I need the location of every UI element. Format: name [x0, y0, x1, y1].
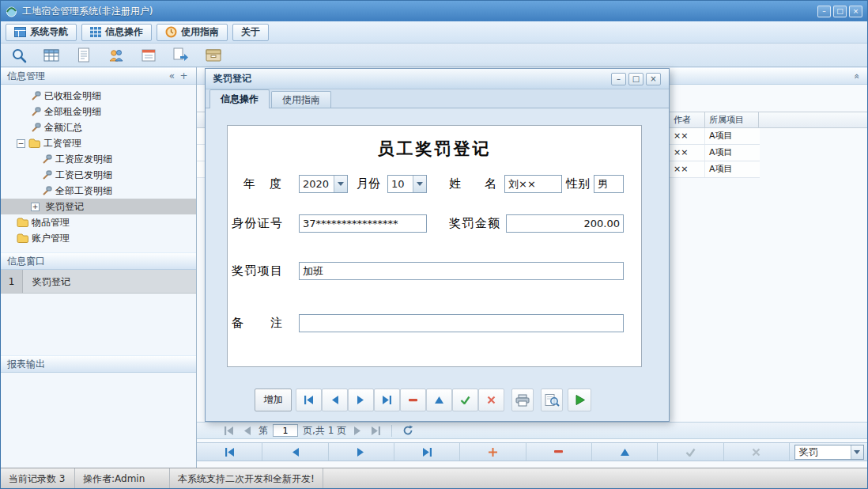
pager-first-button[interactable] — [222, 424, 236, 437]
tree-item-selected-reward[interactable]: 奖罚登记 — [1, 199, 196, 214]
id-number-input[interactable] — [299, 214, 427, 233]
users-tool-button[interactable] — [106, 45, 126, 65]
x-icon — [752, 448, 760, 457]
users-icon — [108, 48, 124, 63]
form-card-icon — [142, 48, 156, 63]
tree-item-label: 工资已发明细 — [55, 169, 112, 182]
pager-prev-button[interactable] — [240, 424, 254, 437]
add-panel-icon[interactable] — [178, 70, 190, 82]
collapse-expander-icon[interactable] — [17, 139, 25, 148]
prev-record-button[interactable] — [322, 389, 348, 411]
nav-last-button[interactable] — [394, 443, 460, 461]
dialog-minimize-button[interactable]: – — [611, 73, 626, 85]
grid-column-project[interactable]: 所属项目 — [704, 112, 758, 128]
nav-first-button[interactable] — [197, 443, 262, 461]
preview-button[interactable] — [541, 389, 563, 411]
dialog-close-button[interactable]: × — [646, 73, 661, 85]
tree-item[interactable]: 全部工资明细 — [1, 183, 196, 199]
title-bar: 工地宿舍管理系统(非注册用户) – □ × — [1, 1, 867, 21]
maximize-button[interactable]: □ — [833, 6, 847, 17]
combo-dropdown-button[interactable] — [851, 445, 863, 459]
tab-system-navigation[interactable]: 系统导航 — [6, 24, 77, 41]
folder-icon — [28, 138, 40, 148]
pager-page-input[interactable] — [273, 424, 298, 437]
nav-add-button[interactable] — [460, 443, 526, 461]
delete-record-button[interactable] — [400, 389, 426, 411]
pager-refresh-button[interactable] — [401, 424, 414, 437]
combo-dropdown-button[interactable] — [413, 176, 426, 192]
pager-next-button[interactable] — [351, 424, 364, 437]
tab-user-guide[interactable]: 使用指南 — [157, 24, 228, 41]
table-tool-button[interactable] — [41, 45, 62, 65]
collapse-panel-icon[interactable] — [166, 70, 178, 82]
run-button[interactable] — [568, 389, 591, 411]
month-select[interactable]: 10 — [387, 175, 427, 193]
remark-input[interactable] — [299, 314, 624, 332]
form-card-tool-button[interactable] — [138, 45, 159, 65]
grid-column-author[interactable]: 作者 — [669, 112, 704, 128]
dialog-tab-info-operations[interactable]: 信息操作 — [209, 89, 270, 108]
record-type-combo[interactable]: 奖罚 — [794, 445, 864, 460]
chevron-down-icon — [338, 182, 344, 189]
first-record-icon — [225, 448, 235, 457]
export-tool-button[interactable] — [171, 45, 191, 65]
nav-cancel-button[interactable] — [724, 443, 790, 461]
expand-expander-icon[interactable] — [31, 203, 40, 211]
tab-info-operations[interactable]: 信息操作 — [81, 24, 152, 41]
tree-folder-items[interactable]: 物品管理 — [1, 214, 196, 230]
tree-folder-salary[interactable]: 工资管理 — [1, 135, 196, 151]
name-input[interactable] — [504, 175, 562, 193]
remark-label: 备注 — [232, 314, 282, 332]
grid-cell-project: A项目 — [704, 161, 758, 177]
plus-icon — [489, 448, 497, 457]
nav-edit-button[interactable] — [592, 443, 658, 461]
search-icon — [11, 47, 27, 63]
last-record-button[interactable] — [374, 389, 400, 411]
gender-input[interactable] — [594, 175, 624, 193]
nav-confirm-button[interactable] — [658, 443, 723, 461]
window-grid-icon — [14, 27, 26, 37]
tree-item[interactable]: 全部租金明细 — [1, 104, 196, 119]
search-tool-button[interactable] — [9, 45, 29, 65]
dialog-maximize-button[interactable]: □ — [628, 73, 643, 85]
document-tool-button[interactable] — [74, 45, 94, 65]
next-record-button[interactable] — [348, 389, 374, 411]
pager-last-button[interactable] — [369, 424, 383, 437]
tree-item-label: 全部工资明细 — [55, 184, 112, 198]
tab-label: 关于 — [241, 25, 260, 39]
tree-item[interactable]: 工资应发明细 — [1, 151, 196, 167]
confirm-button[interactable] — [452, 389, 478, 411]
tree-item[interactable]: 已收租金明细 — [1, 88, 196, 104]
add-button[interactable]: 增加 — [255, 389, 292, 411]
dialog-tab-user-guide[interactable]: 使用指南 — [271, 91, 331, 108]
print-preview-icon — [545, 394, 560, 407]
print-button[interactable] — [511, 389, 534, 411]
nav-next-button[interactable] — [329, 443, 394, 461]
tree-item[interactable]: 金额汇总 — [1, 119, 196, 135]
year-select[interactable]: 2020 — [299, 175, 348, 193]
tool-icon — [31, 123, 41, 133]
first-record-button[interactable] — [296, 389, 322, 411]
combo-dropdown-button[interactable] — [334, 176, 347, 192]
prev-record-icon — [290, 448, 300, 457]
window-list-item[interactable]: 1 奖罚登记 — [1, 270, 196, 294]
nav-prev-button[interactable] — [262, 443, 328, 461]
last-record-icon — [382, 396, 392, 404]
close-button[interactable]: × — [849, 6, 862, 17]
tree-folder-accounts[interactable]: 账户管理 — [1, 230, 196, 246]
edit-record-button[interactable] — [426, 389, 452, 411]
cancel-button[interactable] — [478, 389, 504, 411]
collapse-up-icon[interactable] — [851, 70, 862, 82]
pager-page-label: 第 — [259, 424, 268, 438]
archive-tool-button[interactable] — [203, 45, 224, 65]
tree-item-label: 物品管理 — [32, 216, 70, 229]
name-label: 姓名 — [449, 175, 496, 193]
dialog-title-bar[interactable]: 奖罚登记 – □ × — [206, 69, 669, 89]
sidebar: 信息管理 已收租金明细 全部租金明细 金额汇总 工资管理 — [1, 67, 197, 468]
tree-item[interactable]: 工资已发明细 — [1, 167, 196, 183]
minimize-button[interactable]: – — [817, 6, 831, 17]
item-input[interactable] — [299, 262, 624, 280]
nav-delete-button[interactable] — [526, 443, 592, 461]
tab-about[interactable]: 关于 — [232, 24, 269, 41]
amount-input[interactable] — [506, 214, 624, 233]
